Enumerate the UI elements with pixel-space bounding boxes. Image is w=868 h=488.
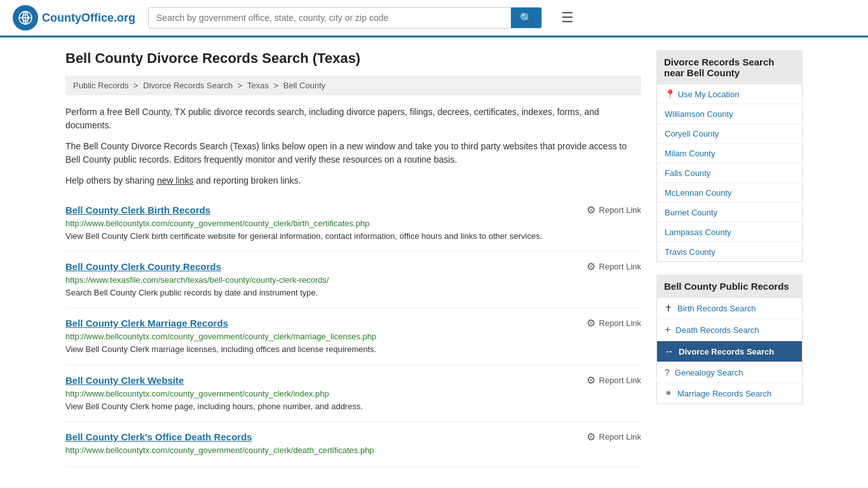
logo-name-text: CountyOffice [42,11,114,24]
report-label: Report Link [599,376,641,385]
record-url-county-records[interactable]: https://www.texasfile.com/search/texas/b… [65,275,641,285]
nearby-county-link[interactable]: Williamson County [665,109,733,119]
record-desc-birth-records: View Bell County Clerk birth certificate… [65,231,641,242]
report-link-birth-records[interactable]: ⚙ Report Link [587,204,641,216]
record-header: Bell County Clerk's Office Death Records… [65,431,641,443]
breadcrumb: Public Records > Divorce Records Search … [65,76,641,95]
report-icon: ⚙ [587,204,595,216]
record-desc-marriage-records: View Bell County Clerk marriage licenses… [65,344,641,355]
location-icon: 📍 [665,89,675,99]
report-link-county-records[interactable]: ⚙ Report Link [587,261,641,273]
nearby-mclennan: McLennan County [657,183,802,203]
description-2: The Bell County Divorce Records Search (… [65,140,641,166]
divorce-icon: ↔ [665,346,674,356]
record-title-marriage-records[interactable]: Bell County Clerk Marriage Records [65,318,228,329]
breadcrumb-bell-county[interactable]: Bell County [283,81,325,90]
record-item-marriage-records: Bell County Clerk Marriage Records ⚙ Rep… [65,308,641,365]
birth-icon: ✝ [665,303,672,313]
report-link-marriage-records[interactable]: ⚙ Report Link [587,317,641,329]
nearby-milam: Milam County [657,144,802,163]
nearby-williamson: Williamson County [657,104,802,124]
record-title-county-records[interactable]: Bell County Clerk County Records [65,261,221,272]
breadcrumb-texas[interactable]: Texas [247,81,269,90]
marriage-records-label: Marriage Records Search [677,389,771,398]
genealogy-icon: ? [665,367,670,377]
logo-icon [13,5,38,30]
report-label: Report Link [599,205,641,215]
nearby-lampasas: Lampasas County [657,222,802,242]
record-title-death-records[interactable]: Bell County Clerk's Office Death Records [65,431,252,442]
marriage-records-link[interactable]: ⚭ Marriage Records Search [657,383,802,403]
record-url-clerk-website[interactable]: http://www.bellcountytx.com/county_gover… [65,389,641,398]
logo-org-text: .org [114,11,135,24]
page-title: Bell County Divorce Records Search (Texa… [65,50,641,67]
report-icon: ⚙ [587,317,595,329]
nearby-county-link[interactable]: Burnet County [665,208,717,217]
public-records-section: Bell County Public Records ✝ Birth Recor… [656,274,803,404]
report-icon: ⚙ [587,431,595,443]
record-item-clerk-website: Bell County Clerk Website ⚙ Report Link … [65,365,641,422]
report-label: Report Link [599,432,641,442]
new-links-link[interactable]: new links [157,175,194,186]
record-header: Bell County Clerk Website ⚙ Report Link [65,374,641,386]
divorce-records-link[interactable]: ↔ Divorce Records Search [657,341,802,362]
search-button[interactable]: 🔍 [511,8,541,28]
records-list: Bell County Clerk Birth Records ⚙ Report… [65,195,641,467]
nearby-list: 📍 Use My Location Williamson County Cory… [656,85,803,262]
logo-text: CountyOffice.org [42,11,135,25]
public-records-header: Bell County Public Records [656,274,803,298]
genealogy-link[interactable]: ? Genealogy Search [657,362,802,383]
right-column: Divorce Records Search near Bell County … [656,50,803,467]
death-icon: + [665,324,670,336]
sidebar-item-genealogy: ? Genealogy Search [657,362,802,383]
nearby-county-link[interactable]: Coryell County [665,129,719,139]
description-3: Help others by sharing new links and rep… [65,174,641,187]
use-location-link[interactable]: 📍 Use My Location [665,90,739,99]
search-bar: 🔍 [148,7,542,29]
record-item-birth-records: Bell County Clerk Birth Records ⚙ Report… [65,195,641,252]
nearby-county-link[interactable]: Travis County [665,247,715,257]
record-url-marriage-records[interactable]: http://www.bellcountytx.com/county_gover… [65,332,641,341]
header: CountyOffice.org 🔍 ☰ [0,0,868,37]
nearby-header: Divorce Records Search near Bell County [656,50,803,85]
description-3-prefix: Help others by sharing [65,175,157,186]
report-link-clerk-website[interactable]: ⚙ Report Link [587,374,641,386]
breadcrumb-divorce-records[interactable]: Divorce Records Search [143,81,233,90]
death-records-link[interactable]: + Death Records Search [657,319,802,341]
sidebar-item-death: + Death Records Search [657,319,802,341]
record-url-death-records[interactable]: http://www.bellcountytx.com/county_gover… [65,445,641,455]
nearby-county-link[interactable]: Lampasas County [665,227,731,237]
record-header: Bell County Clerk Birth Records ⚙ Report… [65,204,641,216]
report-icon: ⚙ [587,374,595,386]
nearby-falls: Falls County [657,163,802,183]
record-title-birth-records[interactable]: Bell County Clerk Birth Records [65,205,210,215]
report-label: Report Link [599,262,641,271]
main-content: Bell County Divorce Records Search (Texa… [53,37,815,480]
sidebar-item-birth: ✝ Birth Records Search [657,298,802,319]
description-1: Perform a free Bell County, TX public di… [65,105,641,132]
report-icon: ⚙ [587,261,595,273]
nearby-county-link[interactable]: Milam County [665,149,715,158]
nearby-county-link[interactable]: Falls County [665,168,710,178]
sidebar-item-divorce: ↔ Divorce Records Search [657,341,802,362]
search-input[interactable] [149,8,511,28]
description-3-suffix: and reporting broken links. [194,175,301,186]
record-header: Bell County Clerk Marriage Records ⚙ Rep… [65,317,641,329]
birth-records-link[interactable]: ✝ Birth Records Search [657,298,802,318]
menu-icon[interactable]: ☰ [561,10,574,26]
record-url-birth-records[interactable]: http://www.bellcountytx.com/county_gover… [65,219,641,228]
left-column: Bell County Divorce Records Search (Texa… [65,50,641,467]
public-records-list: ✝ Birth Records Search + Death Records S… [656,298,803,404]
record-title-clerk-website[interactable]: Bell County Clerk Website [65,375,184,386]
record-desc-county-records: Search Bell County Clerk public records … [65,287,641,299]
logo-area[interactable]: CountyOffice.org [13,5,135,30]
breadcrumb-public-records[interactable]: Public Records [73,81,128,90]
sidebar-item-marriage: ⚭ Marriage Records Search [657,383,802,403]
report-link-death-records[interactable]: ⚙ Report Link [587,431,641,443]
nearby-burnet: Burnet County [657,203,802,222]
death-records-label: Death Records Search [675,325,759,335]
record-desc-clerk-website: View Bell County Clerk home page, includ… [65,401,641,412]
use-location-label: Use My Location [678,90,740,99]
use-location-item: 📍 Use My Location [657,85,802,104]
nearby-county-link[interactable]: McLennan County [665,188,732,198]
